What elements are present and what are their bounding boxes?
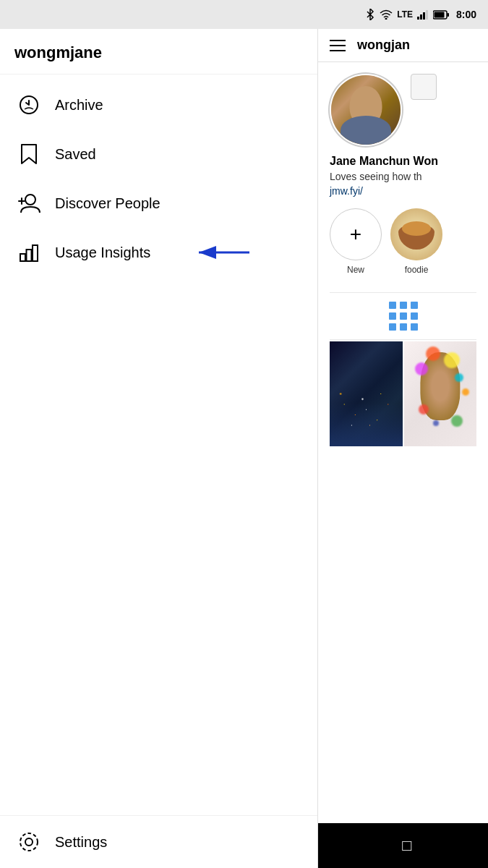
status-time: 8:00 [456, 9, 476, 20]
photo-grid [330, 341, 476, 446]
svg-rect-4 [426, 10, 428, 20]
settings-item[interactable]: Settings [17, 830, 300, 854]
nav-item-archive[interactable]: Archive [0, 80, 317, 129]
sidebar-header: wongmjane [0, 29, 317, 75]
status-icons: LTE 8:00 [365, 9, 476, 20]
archive-icon [17, 93, 40, 116]
paint-splatters [404, 341, 477, 446]
gear-icon [17, 830, 40, 854]
svg-rect-13 [27, 250, 32, 261]
sidebar-nav: Archive Saved [0, 75, 317, 815]
nav-item-insights[interactable]: Usage Insights [0, 228, 317, 277]
grid-dot [411, 312, 418, 320]
profile-name: Jane Manchun Won [330, 155, 476, 168]
grid-dot [389, 312, 396, 320]
sidebar: wongmjane Archive [0, 29, 318, 868]
svg-rect-12 [20, 254, 25, 261]
svg-point-17 [25, 838, 33, 846]
story-plus-icon: + [350, 224, 361, 244]
nav-label-discover: Discover People [55, 195, 160, 212]
svg-rect-1 [417, 17, 419, 20]
story-small-square [411, 74, 437, 100]
wifi-icon [380, 9, 393, 20]
grid-dots-icon [389, 302, 418, 331]
profile-content: Jane Manchun Won Loves seeing how th jmw… [318, 62, 488, 458]
bluetooth-icon [365, 9, 375, 20]
profile-top-row [330, 74, 476, 146]
nav-label-insights: Usage Insights [55, 244, 150, 261]
sidebar-footer: Settings [0, 815, 317, 868]
story-item-foodie[interactable]: foodie [390, 208, 442, 275]
svg-point-18 [20, 833, 38, 851]
nav-item-saved[interactable]: Saved [0, 129, 317, 179]
nav-item-discover[interactable]: Discover People [0, 179, 317, 228]
svg-rect-7 [434, 12, 444, 17]
grid-dot [389, 323, 396, 331]
story-circle-new[interactable]: + [330, 208, 382, 260]
profile-header-bar: wongjan [318, 29, 488, 62]
svg-rect-14 [33, 245, 38, 261]
avatar-container [330, 74, 402, 146]
story-label-foodie: foodie [405, 265, 429, 275]
city-lights-overlay [330, 341, 403, 446]
grid-dot [389, 302, 396, 309]
avatar [330, 74, 402, 146]
settings-label: Settings [55, 834, 107, 851]
arrow-annotation [195, 242, 253, 263]
lte-label: LTE [397, 9, 413, 20]
grid-dot [411, 323, 418, 331]
bar-chart-icon [17, 241, 40, 264]
bookmark-icon [17, 142, 40, 166]
add-person-icon [17, 192, 40, 215]
signal-icon [417, 9, 429, 20]
battery-icon [433, 10, 449, 20]
svg-point-9 [25, 195, 35, 205]
svg-rect-2 [420, 14, 422, 20]
grid-dot [411, 302, 418, 309]
photo-city[interactable] [330, 341, 403, 446]
status-bar: LTE 8:00 [0, 0, 488, 29]
avatar-image [331, 75, 401, 145]
foodie-visual [390, 208, 442, 260]
profile-bio: Jane Manchun Won Loves seeing how th jmw… [330, 155, 476, 197]
profile-panel: wongjan Jane Manchun Won Loves seeing ho… [318, 29, 488, 868]
photo-face[interactable] [404, 341, 477, 446]
sidebar-username: wongmjane [14, 43, 102, 61]
story-item-new[interactable]: + New [330, 208, 382, 275]
menu-icon[interactable] [330, 40, 346, 51]
svg-rect-3 [423, 12, 425, 20]
grid-dot [400, 312, 407, 320]
grid-dot [400, 302, 407, 309]
android-recents-button[interactable]: □ [402, 836, 411, 855]
story-label-new: New [347, 265, 364, 275]
main-layout: wongmjane Archive [0, 29, 488, 868]
story-circle-foodie[interactable] [390, 208, 442, 260]
grid-dot [400, 323, 407, 331]
nav-label-saved: Saved [55, 146, 96, 163]
svg-point-0 [385, 18, 388, 20]
svg-rect-6 [447, 13, 449, 17]
profile-header-username: wongjan [357, 38, 410, 53]
grid-toggle-row[interactable] [330, 292, 476, 340]
profile-link[interactable]: jmw.fyi/ [330, 185, 476, 197]
stories-row: + New foodie [330, 208, 476, 281]
nav-label-archive: Archive [55, 97, 103, 114]
profile-desc: Loves seeing how th [330, 171, 476, 182]
